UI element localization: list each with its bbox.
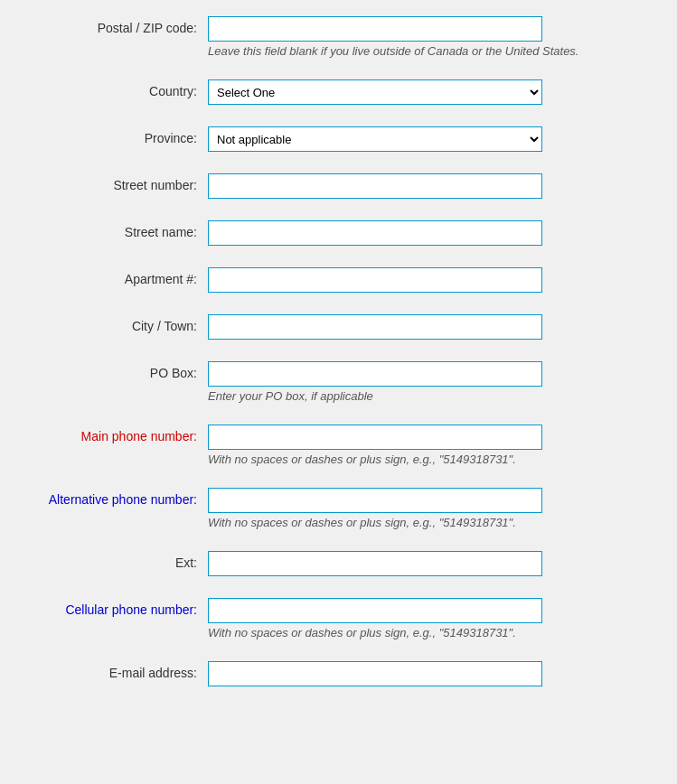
label-main-phone: Main phone number: <box>18 425 208 443</box>
hint-postal-zip: Leave this field blank if you live outsi… <box>208 44 659 58</box>
input-street-number[interactable] <box>208 173 542 199</box>
field-wrapper-street-number <box>208 173 659 199</box>
row-alt-phone: Alternative phone number: With no spaces… <box>18 481 659 537</box>
label-apartment: Apartment #: <box>18 267 208 286</box>
input-cellular-phone[interactable] <box>208 598 542 623</box>
row-main-phone: Main phone number: With no spaces or das… <box>18 417 659 473</box>
field-wrapper-city-town <box>208 314 659 340</box>
field-wrapper-country: Select One <box>208 79 659 105</box>
field-wrapper-province: Not applicable <box>208 126 659 152</box>
row-po-box: PO Box: Enter your PO box, if applicable <box>18 354 659 410</box>
select-country[interactable]: Select One <box>208 79 542 105</box>
input-alt-phone[interactable] <box>208 488 542 513</box>
input-main-phone[interactable] <box>208 425 542 450</box>
label-street-name: Street name: <box>18 220 208 239</box>
field-wrapper-email <box>208 661 659 686</box>
row-email: E-mail address: <box>18 654 659 694</box>
row-city-town: City / Town: <box>18 307 659 347</box>
input-ext[interactable] <box>208 551 542 576</box>
input-street-name[interactable] <box>208 220 542 246</box>
field-wrapper-street-name <box>208 220 659 246</box>
label-ext: Ext: <box>18 551 208 570</box>
hint-alt-phone: With no spaces or dashes or plus sign, e… <box>208 516 659 529</box>
field-wrapper-alt-phone: With no spaces or dashes or plus sign, e… <box>208 488 659 529</box>
row-street-number: Street number: <box>18 166 659 206</box>
label-postal-zip: Postal / ZIP code: <box>18 16 208 35</box>
field-wrapper-ext <box>208 551 659 576</box>
field-wrapper-postal-zip: Leave this field blank if you live outsi… <box>208 16 659 58</box>
label-province: Province: <box>18 126 208 145</box>
input-postal-zip[interactable] <box>208 16 542 42</box>
field-wrapper-apartment <box>208 267 659 293</box>
input-email[interactable] <box>208 661 542 686</box>
hint-po-box: Enter your PO box, if applicable <box>208 389 659 403</box>
row-cellular-phone: Cellular phone number: With no spaces or… <box>18 591 659 647</box>
row-ext: Ext: <box>18 544 659 583</box>
label-po-box: PO Box: <box>18 361 208 380</box>
field-wrapper-cellular-phone: With no spaces or dashes or plus sign, e… <box>208 598 659 639</box>
input-po-box[interactable] <box>208 361 542 387</box>
form-container: Postal / ZIP code: Leave this field blan… <box>0 0 677 710</box>
select-province[interactable]: Not applicable <box>208 126 542 152</box>
field-wrapper-main-phone: With no spaces or dashes or plus sign, e… <box>208 425 659 466</box>
row-apartment: Apartment #: <box>18 260 659 300</box>
label-cellular-phone: Cellular phone number: <box>18 598 208 617</box>
label-country: Country: <box>18 79 208 98</box>
field-wrapper-po-box: Enter your PO box, if applicable <box>208 361 659 403</box>
input-apartment[interactable] <box>208 267 542 293</box>
row-postal-zip: Postal / ZIP code: Leave this field blan… <box>18 9 659 65</box>
hint-main-phone: With no spaces or dashes or plus sign, e… <box>208 453 659 466</box>
row-street-name: Street name: <box>18 213 659 253</box>
label-alt-phone: Alternative phone number: <box>18 488 208 507</box>
label-street-number: Street number: <box>18 173 208 192</box>
hint-cellular-phone: With no spaces or dashes or plus sign, e… <box>208 626 659 639</box>
input-city-town[interactable] <box>208 314 542 340</box>
label-city-town: City / Town: <box>18 314 208 333</box>
row-country: Country: Select One <box>18 72 659 112</box>
label-email: E-mail address: <box>18 661 208 680</box>
row-province: Province: Not applicable <box>18 119 659 159</box>
